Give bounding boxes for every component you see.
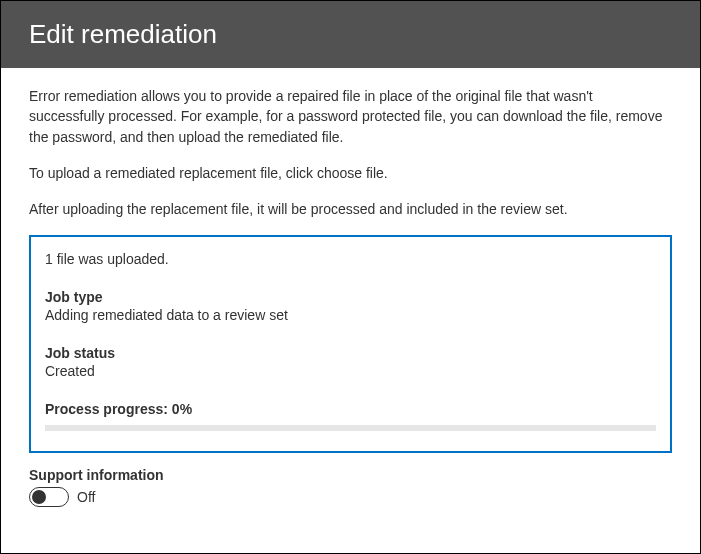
job-status-label: Job status [45,345,656,361]
description-paragraph-3: After uploading the replacement file, it… [29,199,672,219]
progress-value: 0% [172,401,192,417]
upload-status-text: 1 file was uploaded. [45,251,656,267]
page-title: Edit remediation [29,19,217,49]
description-paragraph-2: To upload a remediated replacement file,… [29,163,672,183]
description-paragraph-1: Error remediation allows you to provide … [29,86,672,147]
job-type-label: Job type [45,289,656,305]
content-area: Error remediation allows you to provide … [1,68,700,519]
progress-bar [45,425,656,431]
support-information-label: Support information [29,467,672,483]
support-toggle-state: Off [77,489,95,505]
toggle-knob-icon [32,490,46,504]
status-box: 1 file was uploaded. Job type Adding rem… [29,235,672,453]
job-status-value: Created [45,363,656,379]
support-toggle[interactable] [29,487,69,507]
panel-header: Edit remediation [1,1,700,68]
progress-label: Process progress: [45,401,172,417]
progress-label-row: Process progress: 0% [45,401,656,417]
job-type-value: Adding remediated data to a review set [45,307,656,323]
support-toggle-row: Off [29,487,672,507]
